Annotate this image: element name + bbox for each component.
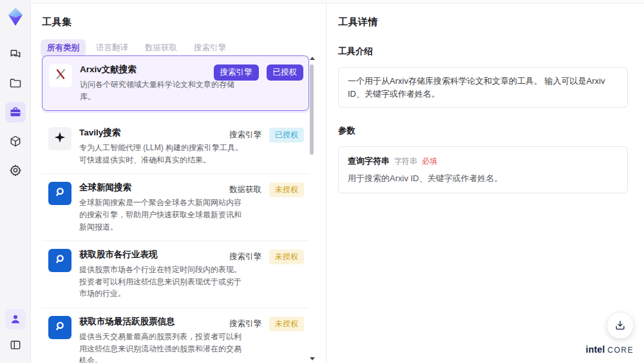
intro-heading: 工具介绍 (338, 46, 628, 57)
tool-description: 提供股票市场各个行业在特定时间段内的表现。投资者可以利用这些信息来识别表现优于或… (79, 264, 248, 300)
tool-name: Tavily搜索 (79, 127, 248, 139)
tool-list-item[interactable]: 获取市场最活跃股票信息 提供当天交易量最高的股票列表，投资者可以利用这些信息来识… (42, 308, 309, 363)
settings-gear-icon[interactable] (5, 160, 26, 181)
tool-category-tag: 搜索引擎 (214, 64, 259, 81)
tool-description: 提供当天交易量最高的股票列表，投资者可以利用这些信息来识别流动性强的股票和潜在的… (79, 331, 248, 363)
tool-status-badge: 已授权 (267, 64, 304, 81)
brand-intel-text: intel (586, 344, 605, 355)
stock-data-icon (53, 252, 67, 269)
tool-icon (48, 316, 71, 339)
category-tabs: 所有类别语言翻译数据获取搜索引擎 (41, 39, 326, 57)
tab-category-1[interactable]: 语言翻译 (90, 39, 135, 57)
sidebar-item-toolbox[interactable] (5, 102, 26, 123)
download-button[interactable] (607, 313, 633, 338)
user-avatar-icon[interactable] (5, 309, 26, 329)
folder-icon[interactable] (5, 73, 26, 93)
tool-status-badge: 未授权 (269, 317, 304, 331)
tool-list-item[interactable]: 获取股市各行业表现 提供股票市场各个行业在特定时间段内的表现。投资者可以利用这些… (42, 241, 309, 308)
tool-list-item[interactable]: 全球新闻搜索 全球新闻搜索是一个聚合全球各大新闻网站内容的搜索引擎，帮助用户快速… (42, 174, 309, 241)
tool-status-badge: 已授权 (269, 128, 304, 142)
tool-name: 全球新闻搜索 (79, 182, 248, 193)
tool-icon (48, 127, 71, 150)
stock-data-icon (53, 319, 67, 336)
tool-icon (48, 249, 71, 272)
tool-tags: 搜索引擎 已授权 (214, 64, 304, 81)
tool-category-tag: 数据获取 (229, 184, 261, 195)
tool-description: 访问各个研究领域大量科学论文和文章的存储库。 (80, 79, 249, 103)
tool-body: 获取市场最活跃股票信息 提供当天交易量最高的股票列表，投资者可以利用这些信息来识… (79, 316, 248, 363)
tool-intro-text: 一个用于从Arxiv存储库搜索科学论文和文章的工具。 输入可以是Arxiv ID… (338, 67, 628, 108)
tool-tags: 搜索引擎 未授权 (229, 317, 304, 331)
tool-icon (48, 182, 71, 205)
tool-body: 全球新闻搜索 全球新闻搜索是一个聚合全球各大新闻网站内容的搜索引擎，帮助用户快速… (79, 182, 248, 233)
list-scrollbar[interactable] (308, 55, 315, 362)
tool-name: 获取股市各行业表现 (79, 249, 248, 260)
tool-list-item[interactable]: Tavily搜索 专为人工智能代理 (LLM) 构建的搜索引擎工具。可快速提供实… (42, 119, 309, 174)
tab-category-2[interactable]: 数据获取 (138, 39, 184, 57)
tool-category-tag: 搜索引擎 (229, 319, 261, 329)
parameter-required-badge: 必填 (422, 156, 437, 167)
parameter-header: 查询字符串 字符串 必填 (348, 155, 618, 167)
scroll-down-arrow-icon[interactable] (310, 357, 315, 360)
parameter-name: 查询字符串 (348, 155, 390, 167)
tool-category-tag: 搜索引擎 (229, 130, 261, 141)
tool-description: 专为人工智能代理 (LLM) 构建的搜索引擎工具。可快速提供实时、准确和真实的结… (79, 142, 248, 166)
page-title: 工具集 (42, 16, 326, 28)
intel-core-logo: intel core (586, 344, 634, 355)
tool-description: 全球新闻搜索是一个聚合全球各大新闻网站内容的搜索引擎，帮助用户快速获取全球最新资… (79, 197, 248, 233)
parameter-description: 用于搜索的Arxiv ID、关键字或作者姓名。 (348, 173, 618, 184)
tab-category-0[interactable]: 所有类别 (41, 39, 86, 57)
tool-list-panel: 工具集 所有类别语言翻译数据获取搜索引擎 Arxiv文献搜索 访问各个研究领域大… (31, 4, 326, 363)
tool-tags: 数据获取 未授权 (229, 182, 304, 197)
parameter-card: 查询字符串 字符串 必填 用于搜索的Arxiv ID、关键字或作者姓名。 (338, 146, 628, 193)
tool-name: 获取市场最活跃股票信息 (79, 316, 248, 328)
tool-category-tag: 搜索引擎 (229, 251, 261, 262)
app-sidebar (0, 0, 31, 363)
chat-icon[interactable] (5, 44, 26, 64)
tool-body: 获取股市各行业表现 提供股票市场各个行业在特定时间段内的表现。投资者可以利用这些… (79, 249, 248, 300)
tavily-star-icon (53, 131, 66, 146)
arxiv-logo-icon (53, 67, 68, 84)
tool-tags: 搜索引擎 未授权 (229, 250, 304, 264)
app-logo-icon (5, 5, 26, 28)
scroll-up-arrow-icon[interactable] (310, 57, 315, 60)
tool-list-item[interactable]: Arxiv文献搜索 访问各个研究领域大量科学论文和文章的存储库。 搜索引擎 已授… (42, 55, 309, 111)
tool-icon (49, 64, 72, 87)
tool-status-badge: 未授权 (269, 182, 304, 197)
parameter-type: 字符串 (394, 156, 417, 167)
params-heading: 参数 (338, 125, 628, 137)
cube-icon[interactable] (5, 131, 26, 152)
tool-detail-panel: 工具详情 工具介绍 一个用于从Arxiv存储库搜索科学论文和文章的工具。 输入可… (326, 4, 644, 363)
scrollbar-thumb[interactable] (310, 64, 314, 155)
tab-category-3[interactable]: 搜索引擎 (187, 39, 232, 57)
sidebar-bottom (5, 309, 26, 355)
tool-tags: 搜索引擎 已授权 (229, 128, 304, 142)
brand-core-text: core (607, 346, 634, 355)
sidebar-nav (5, 44, 26, 181)
tool-status-badge: 未授权 (269, 250, 304, 264)
news-search-icon (53, 185, 67, 202)
tool-list: Arxiv文献搜索 访问各个研究领域大量科学论文和文章的存储库。 搜索引擎 已授… (42, 55, 309, 363)
panel-toggle-icon[interactable] (5, 335, 26, 355)
download-icon (614, 319, 627, 332)
tool-body: Tavily搜索 专为人工智能代理 (LLM) 构建的搜索引擎工具。可快速提供实… (79, 127, 248, 166)
detail-panel-title: 工具详情 (338, 16, 628, 28)
